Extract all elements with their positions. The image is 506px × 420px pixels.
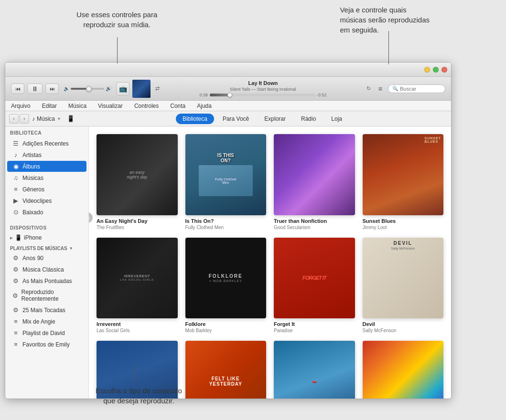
volume-track[interactable] xyxy=(71,88,104,90)
album-name-easy-night: An Easy Night's Day xyxy=(97,218,178,224)
menu-conta[interactable]: Conta xyxy=(168,102,187,110)
queue-button[interactable]: ≡ xyxy=(376,84,385,94)
nav-forward[interactable]: › xyxy=(20,114,29,124)
album-card-car[interactable]: 🚗DriveVarious Artists xyxy=(274,341,355,399)
devices-section-title: Dispositivos xyxy=(5,221,88,232)
playlists-chevron-icon: ▼ xyxy=(69,246,73,251)
maximize-button[interactable] xyxy=(433,67,439,73)
section-dropdown-icon[interactable]: ▼ xyxy=(57,116,61,121)
album-name-irreverent: Irreverent xyxy=(97,321,178,327)
menu-visualizar[interactable]: Visualizar xyxy=(96,102,125,110)
sidebar-item-pontuadas[interactable]: ⚙ As Mais Pontuadas xyxy=(7,275,86,286)
songs-icon: ♫ xyxy=(12,174,20,181)
volume-high-icon: 🔊 xyxy=(106,86,111,91)
progress-bar[interactable] xyxy=(210,94,315,96)
album-artist-easy-night: The Fruitflies xyxy=(97,225,178,230)
sidebar-label-25tocadas: 25 Mais Tocadas xyxy=(22,307,65,314)
fast-forward-button[interactable]: ⏭ xyxy=(45,84,59,94)
album-card-isthison[interactable]: IS THISON?Fully ClothedMenIs This On?Ful… xyxy=(185,134,267,230)
menu-arquivo[interactable]: Arquivo xyxy=(9,102,32,110)
album-card-easy-night[interactable]: an easynight's dayAn Easy Night's DayThe… xyxy=(97,134,178,230)
recent-icon: ☰ xyxy=(12,140,20,147)
sidebar-label-videoclipes: Videoclipes xyxy=(22,198,52,204)
album-card-colorful[interactable]: ColorsVarious Artists xyxy=(363,341,444,399)
nav-back[interactable]: ‹ xyxy=(9,114,19,124)
menu-ajuda[interactable]: Ajuda xyxy=(195,102,214,110)
menu-editar[interactable]: Editar xyxy=(40,102,59,110)
playlist-gear-icon-5: ⚙ xyxy=(12,306,20,314)
nav-tab-biblioteca[interactable]: Biblioteca xyxy=(176,114,214,124)
volume-thumb xyxy=(86,86,92,92)
album-card-devil[interactable]: DEVILSally McFensonDevilSally McFenson xyxy=(363,238,444,334)
album-card-feltlike[interactable]: FELT LIKEYESTERDAYFelt Like YesterdaySca… xyxy=(185,341,267,399)
airplay-button[interactable]: 📺 xyxy=(116,82,129,95)
sidebar-label-baixado: Baixado xyxy=(22,209,43,216)
close-button[interactable] xyxy=(441,67,447,73)
sidebar-item-iphone[interactable]: ▶ 📱 iPhone xyxy=(5,232,88,243)
album-card-sunset[interactable]: SUNSETBLUESSunset BluesJimmy Loot xyxy=(363,134,444,230)
artist-icon: ♪ xyxy=(12,151,20,158)
nav-tab-loja[interactable]: Loja xyxy=(324,114,349,124)
video-icon: ▶ xyxy=(12,197,20,204)
library-section-title: Biblioteca xyxy=(5,126,88,137)
album-name-devil: Devil xyxy=(363,321,444,327)
callout-controls: Use esses controles parareproduzir sua m… xyxy=(76,10,157,30)
minimize-button[interactable] xyxy=(424,67,430,73)
nav-tab-para-você[interactable]: Para Você xyxy=(216,114,256,124)
sidebar-item-david[interactable]: ≡ Playlist de David xyxy=(7,327,86,338)
sidebar-item-mix-angie[interactable]: ≡ Mix de Angie xyxy=(7,316,86,327)
album-card-truer[interactable]: Truer than NonfictionGood Secularism xyxy=(274,134,355,230)
time-remaining: -3:52 xyxy=(317,93,327,97)
play-pause-button[interactable]: ⏸ xyxy=(27,84,43,94)
track-title: Lay It Down xyxy=(248,80,278,86)
sidebar-item-albuns[interactable]: ◉ Álbuns xyxy=(7,161,86,172)
device-expand-icon: ▶ xyxy=(10,236,13,240)
nav-tab-explorar[interactable]: Explorar xyxy=(258,114,292,124)
callout-queue: Veja e controle quaismúsicas serão repro… xyxy=(340,5,430,35)
sidebar-item-generos[interactable]: ≡ Gêneros xyxy=(7,184,86,195)
album-card-folklore[interactable]: FOLKLORE× MOB BARKLEYFolkloreMob Barkley xyxy=(185,238,267,334)
sidebar-item-anos90[interactable]: ⚙ Anos 90 xyxy=(7,252,86,263)
album-name-sunset: Sunset Blues xyxy=(363,218,444,224)
playlist-gear-icon: ⚙ xyxy=(12,254,20,262)
callout-line-left xyxy=(117,37,118,63)
time-elapsed: 0:38 xyxy=(199,93,208,97)
sidebar: Biblioteca ☰ Adições Recentes ♪ Artistas… xyxy=(5,126,89,399)
album-name-isthison: Is This On? xyxy=(185,218,267,224)
volume-control[interactable]: 🔈 🔊 xyxy=(64,86,111,91)
sidebar-label-anos90: Anos 90 xyxy=(22,255,43,262)
sidebar-item-videoclipes[interactable]: ▶ Videoclipes xyxy=(7,195,86,206)
rewind-button[interactable]: ⏮ xyxy=(11,84,24,94)
playlists-header[interactable]: Playlists de Músicas ▼ xyxy=(5,243,88,252)
album-artist-forget: Paradise xyxy=(274,328,355,333)
album-artist-isthison: Fully Clothed Men xyxy=(185,225,267,230)
sidebar-item-baixado[interactable]: ⊙ Baixado xyxy=(7,207,86,218)
sidebar-item-artistas[interactable]: ♪ Artistas xyxy=(7,149,86,160)
repeat-button[interactable]: ↻ xyxy=(365,84,373,93)
genre-icon: ≡ xyxy=(12,186,20,193)
playlist-gear-icon-2: ⚙ xyxy=(12,266,20,273)
sidebar-expand-arrow[interactable]: ◀ xyxy=(89,212,93,223)
search-bar: 🔍 xyxy=(388,84,445,93)
menu-musica[interactable]: Música xyxy=(66,102,88,110)
nav-section: ♪ Música ▼ xyxy=(32,116,61,122)
callout-line-bottom xyxy=(134,363,134,382)
expand-icon: ◀ xyxy=(89,215,89,220)
album-card-irreverent[interactable]: IRREVERENTLAS SOCIAL GIRLSIrreverentLas … xyxy=(97,238,178,334)
sidebar-label-emily: Favoritos de Emily xyxy=(22,341,70,348)
sidebar-item-25tocadas[interactable]: ⚙ 25 Mais Tocadas xyxy=(7,304,86,315)
playlist-list-icon: ≡ xyxy=(12,318,20,325)
search-input[interactable] xyxy=(400,86,438,92)
sidebar-item-emily[interactable]: ≡ Favoritos de Emily xyxy=(7,339,86,350)
sidebar-item-adicoes[interactable]: ☰ Adições Recentes xyxy=(7,138,86,149)
sidebar-item-musicas[interactable]: ♫ Músicas xyxy=(7,172,86,183)
sidebar-item-classica[interactable]: ⚙ Música Clássica xyxy=(7,264,86,275)
nav-tab-rádio[interactable]: Rádio xyxy=(294,114,323,124)
shuffle-button[interactable]: ⇄ xyxy=(153,84,161,93)
album-grid: an easynight's dayAn Easy Night's DayThe… xyxy=(97,134,443,399)
sidebar-item-recentemente[interactable]: ⚙ Reproduzido Recentemente xyxy=(7,287,86,304)
menu-controles[interactable]: Controles xyxy=(132,102,161,110)
now-playing-thumb xyxy=(132,80,151,98)
volume-low-icon: 🔈 xyxy=(64,86,69,91)
album-card-forget[interactable]: FORGET ITForget ItParadise xyxy=(274,238,355,334)
